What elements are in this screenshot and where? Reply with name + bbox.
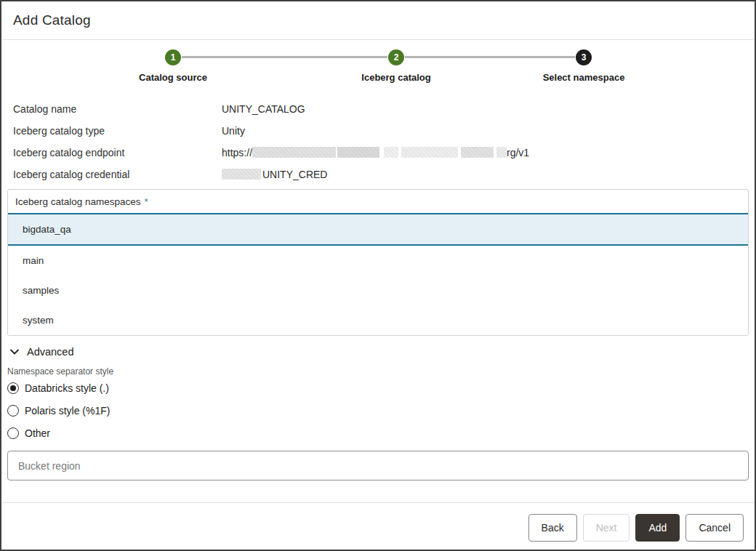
list-item-system[interactable]: system (8, 305, 748, 335)
catalog-type-label: Iceberg catalog type (13, 125, 222, 137)
catalog-endpoint-label: Iceberg catalog endpoint (13, 147, 222, 158)
field-row-catalog-name: Catalog name UNITY_CATALOG (13, 98, 755, 120)
radio-polaris-label: Polaris style (%1F) (25, 405, 110, 417)
chevron-down-icon (9, 346, 20, 358)
namespace-listbox-header: Iceberg catalog namespaces * (8, 190, 748, 213)
dialog-titlebar: Add Catalog (1, 1, 755, 40)
radio-button-icon[interactable] (7, 382, 19, 394)
catalog-type-value: Unity (222, 125, 755, 137)
namespace-listbox: Iceberg catalog namespaces * bigdata_qa … (7, 189, 749, 336)
list-item-samples[interactable]: samples (8, 276, 748, 305)
redacted-text (461, 147, 494, 158)
required-asterisk: * (145, 196, 148, 207)
catalog-endpoint-value: https://rg/v1 (222, 147, 755, 159)
separator-style-label: Namespace separator style (1, 366, 755, 377)
redacted-text (337, 147, 379, 158)
field-row-catalog-type: Iceberg catalog type Unity (13, 120, 755, 142)
step-label-iceberg-catalog: Iceberg catalog (316, 72, 476, 83)
radio-other-style[interactable]: Other (1, 422, 755, 444)
endpoint-prefix: https:// (222, 147, 252, 158)
catalog-summary-fields: Catalog name UNITY_CATALOG Iceberg catal… (1, 98, 755, 185)
catalog-credential-label: Iceberg catalog credential (13, 169, 222, 180)
step-indicator-iceberg-catalog: 2 (388, 49, 404, 65)
step-indicator-select-namespace: 3 (576, 49, 592, 65)
step-connector-2 (405, 56, 575, 58)
redacted-text (384, 147, 398, 158)
field-row-catalog-credential: Iceberg catalog credential UNITY_CRED (13, 164, 755, 185)
cancel-button[interactable]: Cancel (685, 514, 744, 542)
namespace-listbox-label: Iceberg catalog namespaces (15, 196, 141, 207)
add-button[interactable]: Add (635, 514, 680, 542)
advanced-label: Advanced (27, 346, 74, 358)
redacted-text (222, 169, 261, 180)
radio-button-icon[interactable] (7, 405, 19, 417)
radio-databricks-label: Databricks style (.) (25, 382, 109, 394)
field-row-catalog-endpoint: Iceberg catalog endpoint https://rg/v1 (13, 142, 755, 164)
endpoint-suffix: rg/v1 (507, 147, 529, 158)
bucket-region-input[interactable] (7, 451, 749, 480)
list-item-bigdata-qa[interactable]: bigdata_qa (8, 213, 748, 246)
redacted-text (401, 147, 458, 158)
redacted-text (252, 147, 336, 158)
catalog-name-label: Catalog name (13, 103, 222, 115)
page-title: Add Catalog (13, 12, 91, 28)
step-label-catalog-source: Catalog source (93, 72, 253, 83)
catalog-credential-value: UNITY_CRED (222, 169, 755, 181)
step-connector-1 (182, 56, 387, 58)
radio-databricks-style[interactable]: Databricks style (.) (1, 377, 755, 399)
credential-suffix: UNITY_CRED (262, 169, 327, 180)
step-indicator-catalog-source: 1 (165, 49, 181, 65)
redacted-text (496, 147, 507, 158)
advanced-toggle[interactable]: Advanced (1, 343, 755, 361)
radio-other-label: Other (25, 427, 50, 439)
wizard-stepper: 1 2 3 Catalog source Iceberg catalog Sel… (1, 40, 755, 92)
radio-polaris-style[interactable]: Polaris style (%1F) (1, 399, 755, 422)
add-catalog-dialog: Add Catalog 1 2 3 Catalog source Iceberg… (0, 0, 756, 551)
back-button[interactable]: Back (528, 514, 577, 542)
catalog-name-value: UNITY_CATALOG (222, 103, 755, 115)
next-button[interactable]: Next (583, 514, 630, 542)
dialog-footer: Back Next Add Cancel (1, 502, 755, 550)
radio-button-icon[interactable] (7, 427, 19, 439)
list-item-main[interactable]: main (8, 246, 748, 276)
step-label-select-namespace: Select namespace (504, 72, 664, 83)
